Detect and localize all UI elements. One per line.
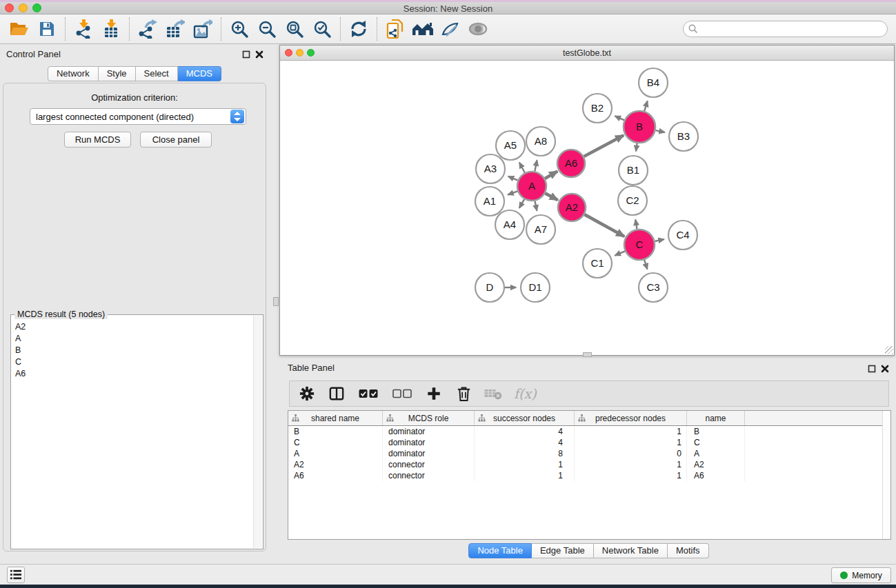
table-row-a6[interactable]: A6connector11A6 — [288, 470, 890, 481]
zoom-out-button[interactable] — [253, 17, 281, 41]
edge-C-C4[interactable] — [655, 239, 664, 241]
column-header-successor-nodes[interactable]: successor nodes — [475, 411, 575, 425]
table-settings-button[interactable] — [298, 385, 316, 403]
network-window-titlebar[interactable]: testGlobe.txt — [280, 45, 894, 61]
show-panels-button[interactable] — [464, 17, 492, 41]
graph-node-B1[interactable]: B1 — [619, 156, 648, 185]
result-item-a6[interactable]: A6 — [12, 368, 252, 380]
cell-successor-nodes[interactable]: 4 — [475, 437, 575, 448]
float-panel-icon[interactable] — [242, 49, 251, 58]
cell-predecessor-nodes[interactable]: 1 — [575, 459, 687, 470]
edge-B-B4[interactable] — [644, 101, 647, 111]
edge-A6-B[interactable] — [584, 135, 624, 156]
close-panel-icon[interactable] — [255, 49, 264, 58]
edge-C-C2[interactable] — [635, 220, 637, 230]
cell-MCDS-role[interactable]: connector — [383, 470, 475, 481]
edge-C-C3[interactable] — [644, 260, 647, 269]
cell-predecessor-nodes[interactable]: 1 — [575, 426, 687, 437]
graph-node-A8[interactable]: A8 — [526, 127, 555, 156]
cell-shared-name[interactable]: B — [288, 426, 383, 437]
horizontal-divider-handle[interactable] — [583, 352, 592, 357]
graph-node-B4[interactable]: B4 — [639, 68, 668, 97]
cell-shared-name[interactable]: A6 — [288, 470, 383, 481]
result-item-a[interactable]: A — [12, 332, 252, 344]
cell-predecessor-nodes[interactable]: 1 — [575, 437, 687, 448]
graph-node-D[interactable]: D — [475, 273, 504, 302]
open-session-button[interactable] — [6, 17, 33, 41]
cell-successor-nodes[interactable]: 8 — [475, 448, 575, 459]
table-row-a2[interactable]: A2connector11A2 — [288, 459, 890, 470]
delete-column-button[interactable] — [455, 385, 472, 403]
graph-node-A7[interactable]: A7 — [526, 215, 555, 244]
search-field[interactable] — [683, 21, 888, 37]
cell-MCDS-role[interactable]: dominator — [383, 437, 475, 448]
import-network-button[interactable] — [70, 17, 97, 41]
edge-B-B1[interactable] — [636, 143, 637, 152]
edge-A2-C[interactable] — [584, 214, 624, 236]
cell-successor-nodes[interactable]: 1 — [475, 459, 575, 470]
cell-shared-name[interactable]: C — [288, 437, 383, 448]
graph-node-A[interactable]: A — [517, 172, 546, 201]
manage-networks-button[interactable] — [381, 17, 409, 41]
table-close-panel-icon[interactable] — [881, 363, 890, 372]
graph-node-A1[interactable]: A1 — [475, 187, 504, 216]
tab-network[interactable]: Network — [48, 66, 99, 81]
function-builder-button[interactable]: f(x) — [514, 386, 537, 401]
table-tab-node-table[interactable]: Node Table — [468, 543, 532, 558]
edge-A-A6[interactable] — [545, 172, 557, 179]
export-network-button[interactable] — [134, 17, 161, 41]
hide-panels-button[interactable] — [437, 17, 464, 41]
edge-B-B2[interactable] — [615, 116, 624, 120]
result-list-scrollbar[interactable] — [253, 316, 262, 548]
cell-name[interactable]: A — [687, 448, 745, 459]
table-tab-edge-table[interactable]: Edge Table — [532, 543, 594, 558]
zoom-in-button[interactable] — [226, 17, 253, 41]
network-graph[interactable]: B4B2BB3A8A5A6A3B1AC2A1A2A4A7C4CC1C3DD1 — [280, 61, 894, 355]
optimization-criterion-select[interactable]: largest connected component (directed) — [30, 108, 246, 125]
table-tab-motifs[interactable]: Motifs — [668, 543, 709, 558]
graph-node-B[interactable]: B — [624, 111, 655, 143]
window-resize-grip[interactable] — [885, 346, 893, 354]
graph-node-A4[interactable]: A4 — [495, 210, 524, 239]
column-header-shared-name[interactable]: shared name — [288, 411, 383, 425]
edge-A-A8[interactable] — [535, 160, 537, 171]
result-item-a2[interactable]: A2 — [12, 321, 252, 332]
cell-successor-nodes[interactable]: 1 — [475, 470, 575, 481]
show-task-history-button[interactable] — [7, 567, 25, 583]
table-row-a[interactable]: Adominator80A — [288, 448, 890, 459]
result-item-c[interactable]: C — [12, 356, 252, 368]
cell-name[interactable]: A2 — [687, 459, 745, 470]
graph-node-C3[interactable]: C3 — [639, 273, 668, 302]
graph-node-C1[interactable]: C1 — [583, 249, 612, 278]
table-tab-network-table[interactable]: Network Table — [594, 543, 668, 558]
table-row-b[interactable]: Bdominator41B — [288, 426, 890, 437]
delete-table-button[interactable] — [484, 385, 502, 403]
table-float-panel-icon[interactable] — [868, 363, 877, 372]
graph-node-A6[interactable]: A6 — [557, 150, 585, 177]
graph-node-A3[interactable]: A3 — [476, 154, 505, 183]
graph-node-C2[interactable]: C2 — [618, 186, 647, 215]
home-button[interactable] — [409, 17, 437, 41]
cell-name[interactable]: A6 — [687, 470, 745, 481]
graph-node-C4[interactable]: C4 — [668, 221, 697, 250]
cell-name[interactable]: C — [687, 437, 745, 448]
export-table-button[interactable] — [161, 17, 189, 41]
graph-node-B3[interactable]: B3 — [669, 122, 698, 151]
zoom-selected-button[interactable] — [308, 17, 336, 41]
unselect-all-columns-button[interactable] — [391, 385, 413, 403]
graph-node-A2[interactable]: A2 — [558, 194, 586, 221]
column-header-predecessor-nodes[interactable]: predecessor nodes — [575, 411, 687, 425]
tab-select[interactable]: Select — [136, 66, 178, 81]
show-columns-button[interactable] — [328, 385, 346, 403]
table-row-c[interactable]: Cdominator41C — [288, 437, 890, 448]
memory-button[interactable]: Memory — [831, 567, 891, 583]
network-canvas[interactable]: B4B2BB3A8A5A6A3B1AC2A1A2A4A7C4CC1C3DD1 — [280, 61, 894, 355]
cell-name[interactable]: B — [687, 426, 745, 437]
edge-A-A2[interactable] — [545, 193, 557, 200]
edge-A-A1[interactable] — [508, 191, 517, 194]
save-session-button[interactable] — [33, 17, 61, 41]
export-image-button[interactable] — [189, 17, 217, 41]
vertical-divider-handle[interactable] — [273, 297, 279, 306]
select-all-columns-button[interactable] — [357, 385, 379, 403]
import-table-button[interactable] — [97, 17, 125, 41]
